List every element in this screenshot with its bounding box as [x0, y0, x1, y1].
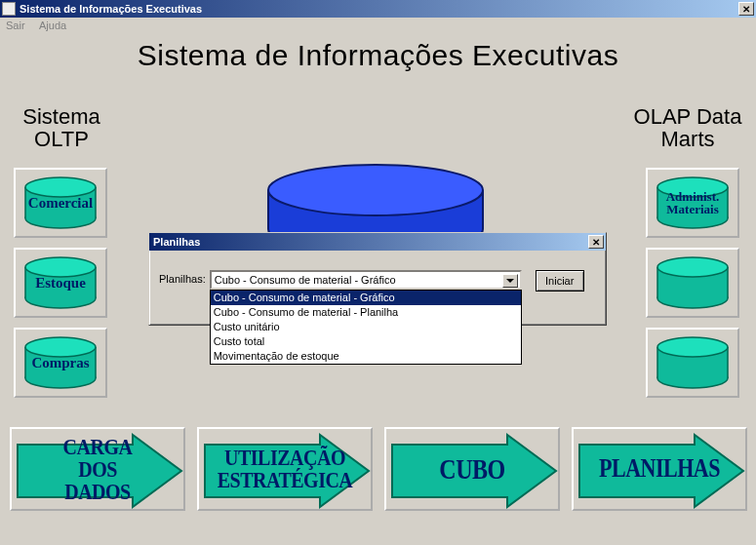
combobox-dropdown: Cubo - Consumo de material - Gráfico Cub…	[210, 290, 522, 365]
arrow-carga-dados-button[interactable]: CARGA DOS DADOS	[10, 427, 185, 511]
combo-option[interactable]: Cubo - Consumo de material - Gráfico	[211, 291, 521, 305]
iniciar-button[interactable]: Iniciar	[536, 270, 584, 292]
olap-admin-materiais-label: Administ. Materiais	[666, 190, 720, 215]
olap-admin-materiais-button[interactable]: Administ. Materiais	[646, 168, 739, 238]
arrow-utilizacao-button[interactable]: UTILIZAÇÃO ESTRATÉGICA	[197, 427, 373, 511]
arrow-carga-label: CARGA DOS DADOS	[63, 436, 133, 502]
planilhas-combobox[interactable]: Cubo - Consumo de material - Gráfico	[210, 270, 522, 290]
close-icon[interactable]: ✕	[738, 2, 754, 16]
olap-slot2-button[interactable]	[646, 248, 739, 318]
combo-option[interactable]: Custo unitário	[211, 320, 521, 334]
oltp-estoque-button[interactable]: Estoque	[14, 248, 107, 318]
oltp-estoque-label: Estoque	[35, 276, 86, 291]
arrow-planilhas-button[interactable]: PLANILHAS	[572, 427, 747, 511]
oltp-compras-button[interactable]: Compras	[14, 328, 107, 398]
combo-option[interactable]: Cubo - Consumo de material - Planilha	[211, 305, 521, 320]
chevron-down-icon[interactable]	[502, 274, 518, 288]
dialog-title: Planilhas	[151, 236, 588, 248]
planilhas-dialog: Planilhas ✕ Planilhas: Cubo - Consumo de…	[148, 232, 607, 326]
window-title: Sistema de Informações Executivas	[20, 3, 738, 15]
window-titlebar: Sistema de Informações Executivas ✕	[0, 0, 756, 18]
arrow-planilhas-label: PLANILHAS	[599, 456, 720, 481]
page-title: Sistema de Informações Executivas	[0, 39, 756, 72]
olap-slot3-button[interactable]	[646, 328, 739, 398]
arrow-cubo-label: CUBO	[439, 455, 504, 482]
arrow-utilizacao-label: UTILIZAÇÃO ESTRATÉGICA	[218, 447, 353, 491]
left-column-label: Sistema OLTP	[8, 105, 115, 150]
combo-option[interactable]: Movimentação de estoque	[211, 349, 521, 364]
planilhas-label: Planilhas:	[159, 273, 206, 285]
combobox-value: Cubo - Consumo de material - Gráfico	[215, 274, 396, 286]
menubar: Sair Ajuda	[0, 18, 756, 35]
oltp-comercial-button[interactable]: Comercial	[14, 168, 107, 238]
right-column-label: OLAP Data Marts	[624, 105, 751, 150]
arrow-cubo-button[interactable]: CUBO	[384, 427, 560, 511]
app-icon	[2, 2, 16, 16]
dialog-close-icon[interactable]: ✕	[588, 235, 604, 249]
oltp-comercial-label: Comercial	[28, 196, 93, 211]
oltp-compras-label: Compras	[31, 356, 89, 370]
menu-ajuda[interactable]: Ajuda	[39, 19, 66, 31]
dialog-titlebar: Planilhas ✕	[149, 233, 606, 251]
menu-sair[interactable]: Sair	[6, 19, 25, 31]
combo-option[interactable]: Custo total	[211, 334, 521, 349]
